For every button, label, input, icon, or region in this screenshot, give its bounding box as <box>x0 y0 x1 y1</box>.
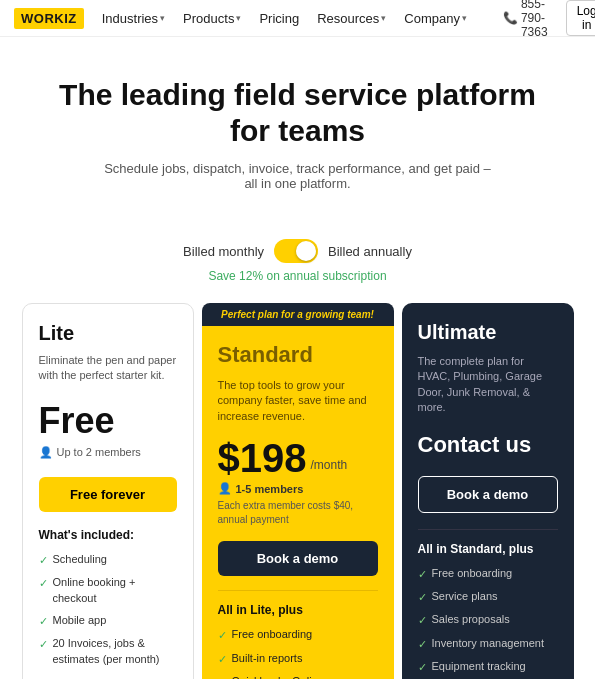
toggle-knob <box>296 241 316 261</box>
login-button[interactable]: Log in <box>566 0 595 36</box>
check-icon: ✓ <box>39 614 48 629</box>
logo[interactable]: WORKIZ <box>14 8 84 29</box>
chevron-down-icon: ▾ <box>160 13 165 23</box>
lite-plan-desc: Eliminate the pen and paper with the per… <box>39 353 177 384</box>
standard-features: ✓Free onboarding ✓Built-in reports ✓Quic… <box>218 627 378 679</box>
hero-title: The leading field service platform for t… <box>38 77 558 149</box>
lite-plan-card: Lite Eliminate the pen and paper with th… <box>22 303 194 679</box>
nav-industries-label: Industries <box>102 11 158 26</box>
pricing-cards: Lite Eliminate the pen and paper with th… <box>0 303 595 679</box>
ultimate-all-in: All in Standard, plus <box>418 529 558 556</box>
list-item: ✓Mobile app <box>39 613 177 629</box>
nav-products[interactable]: Products ▾ <box>183 11 241 26</box>
nav-phone: 📞 855-790-7363 <box>503 0 548 39</box>
ultimate-plan-name: Ultimate <box>418 321 558 344</box>
standard-plan-desc: The top tools to grow your company faste… <box>218 378 378 424</box>
lite-whats-included: What's included: <box>39 528 177 542</box>
check-icon: ✓ <box>39 553 48 568</box>
standard-extra: Each extra member costs $40, annual paym… <box>218 499 378 527</box>
list-item: ✓20 Invoices, jobs & estimates (per mont… <box>39 636 177 667</box>
list-item: ✓Online booking + checkout <box>39 575 177 606</box>
nav-products-label: Products <box>183 11 234 26</box>
check-icon: ✓ <box>418 637 427 652</box>
check-icon: ✓ <box>418 613 427 628</box>
chevron-down-icon: ▾ <box>462 13 467 23</box>
nav-company[interactable]: Company ▾ <box>404 11 467 26</box>
billing-monthly-label: Billed monthly <box>183 244 264 259</box>
nav-pricing[interactable]: Pricing <box>259 11 299 26</box>
nav-resources[interactable]: Resources ▾ <box>317 11 386 26</box>
standard-plan-card: Perfect plan for a growing team! Standar… <box>202 303 394 679</box>
hero-section: The leading field service platform for t… <box>0 37 595 211</box>
lite-price: Free <box>39 400 177 442</box>
nav-company-label: Company <box>404 11 460 26</box>
list-item: ✓Scheduling <box>39 552 177 568</box>
check-icon: ✓ <box>418 590 427 605</box>
standard-cta-button[interactable]: Book a demo <box>218 541 378 576</box>
standard-card-body: Standard The top tools to grow your comp… <box>202 326 394 679</box>
standard-members: 👤 1-5 members <box>218 482 378 495</box>
list-item: ✓Sales proposals <box>418 612 558 628</box>
phone-icon: 📞 <box>503 11 518 25</box>
ultimate-plan-desc: The complete plan for HVAC, Plumbing, Ga… <box>418 354 558 416</box>
hero-subtitle: Schedule jobs, dispatch, invoice, track … <box>98 161 498 191</box>
standard-all-in: All in Lite, plus <box>218 590 378 617</box>
standard-plan-name: Standard <box>218 342 378 368</box>
ultimate-features: ✓Free onboarding ✓Service plans ✓Sales p… <box>418 566 558 676</box>
check-icon: ✓ <box>218 652 227 667</box>
list-item: ✓Quickbooks Online <box>218 674 378 679</box>
lite-cta-button[interactable]: Free forever <box>39 477 177 512</box>
check-icon: ✓ <box>218 628 227 643</box>
standard-badge: Perfect plan for a growing team! <box>202 303 394 326</box>
standard-price-row: $198 /month <box>218 438 378 478</box>
check-icon: ✓ <box>218 675 227 679</box>
list-item: ✓Built-in reports <box>218 651 378 667</box>
list-item: ✓Free onboarding <box>218 627 378 643</box>
person-icon: 👤 <box>218 482 232 495</box>
nav-resources-label: Resources <box>317 11 379 26</box>
standard-period: /month <box>310 458 347 472</box>
list-item: ✓Service plans <box>418 589 558 605</box>
save-text: Save 12% on annual subscription <box>0 269 595 283</box>
billing-annually-label: Billed annually <box>328 244 412 259</box>
person-icon: 👤 <box>39 446 53 459</box>
list-item: ✓Equipment tracking <box>418 659 558 675</box>
check-icon: ✓ <box>39 576 48 591</box>
lite-features: ✓Scheduling ✓Online booking + checkout ✓… <box>39 552 177 667</box>
ultimate-plan-card: Ultimate The complete plan for HVAC, Plu… <box>402 303 574 679</box>
ultimate-contact: Contact us <box>418 432 558 458</box>
billing-toggle[interactable] <box>274 239 318 263</box>
nav-industries[interactable]: Industries ▾ <box>102 11 165 26</box>
check-icon: ✓ <box>39 637 48 652</box>
standard-price: $198 <box>218 438 307 478</box>
navbar: WORKIZ Industries ▾ Products ▾ Pricing R… <box>0 0 595 37</box>
check-icon: ✓ <box>418 567 427 582</box>
ultimate-cta-button[interactable]: Book a demo <box>418 476 558 513</box>
list-item: ✓Inventory management <box>418 636 558 652</box>
chevron-down-icon: ▾ <box>236 13 241 23</box>
billing-toggle-row: Billed monthly Billed annually <box>0 239 595 263</box>
lite-members: 👤 Up to 2 members <box>39 446 177 459</box>
check-icon: ✓ <box>418 660 427 675</box>
chevron-down-icon: ▾ <box>381 13 386 23</box>
list-item: ✓Free onboarding <box>418 566 558 582</box>
lite-plan-name: Lite <box>39 322 177 345</box>
